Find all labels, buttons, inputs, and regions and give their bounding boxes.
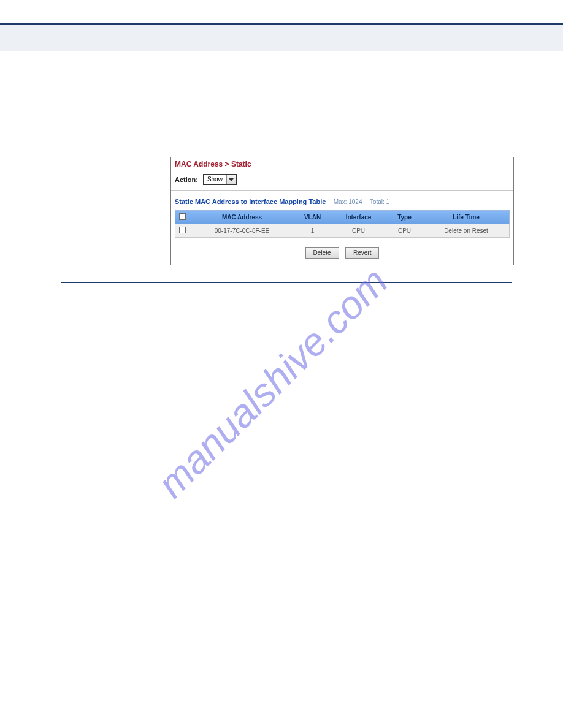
- action-row: Action: Show: [171, 170, 513, 191]
- cell-vlan: 1: [294, 224, 331, 238]
- action-label: Action:: [175, 176, 198, 183]
- mac-static-panel: MAC Address > Static Action: Show Static…: [170, 157, 514, 265]
- col-interface: Interface: [331, 211, 386, 224]
- cell-select: [175, 224, 190, 238]
- select-all-checkbox[interactable]: [179, 213, 186, 220]
- cell-life: Delete on Reset: [423, 224, 510, 238]
- row-checkbox[interactable]: [179, 227, 186, 233]
- col-type: Type: [386, 211, 423, 224]
- col-vlan: VLAN: [294, 211, 331, 224]
- subtitle-row: Static MAC Address to Interface Mapping …: [171, 191, 513, 210]
- action-select[interactable]: Show: [203, 174, 237, 185]
- table-header-row: MAC Address VLAN Interface Type Life Tim…: [175, 211, 510, 224]
- watermark-text: manualshive.com: [149, 259, 396, 506]
- section-divider: [61, 282, 512, 283]
- cell-mac: 00-17-7C-0C-8F-EE: [190, 224, 294, 238]
- panel-title: MAC Address > Static: [171, 157, 513, 170]
- col-select: [175, 211, 190, 224]
- meta-total: Total: 1: [370, 199, 389, 205]
- cell-interface: CPU: [331, 224, 386, 238]
- mac-table: MAC Address VLAN Interface Type Life Tim…: [175, 210, 510, 238]
- header-band: [0, 25, 563, 51]
- button-row: Delete Revert: [171, 243, 513, 265]
- table-subtitle: Static MAC Address to Interface Mapping …: [175, 198, 326, 205]
- col-mac: MAC Address: [190, 211, 294, 224]
- chevron-down-icon: [226, 175, 236, 184]
- action-select-value: Show: [204, 175, 226, 184]
- revert-button[interactable]: Revert: [345, 247, 379, 259]
- table-row: 00-17-7C-0C-8F-EE 1 CPU CPU Delete on Re…: [175, 224, 510, 238]
- cell-type: CPU: [386, 224, 423, 238]
- col-life: Life Time: [423, 211, 510, 224]
- meta-max: Max: 1024: [334, 199, 362, 205]
- delete-button[interactable]: Delete: [305, 247, 339, 259]
